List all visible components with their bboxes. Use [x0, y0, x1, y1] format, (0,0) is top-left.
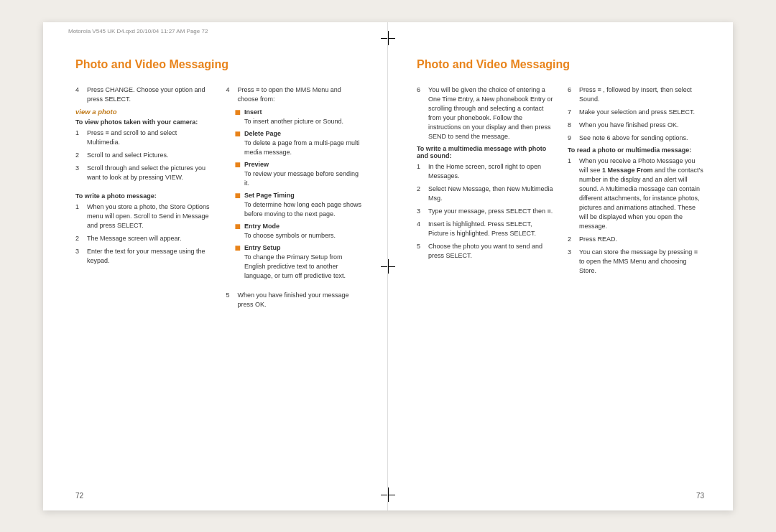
bullet-delete-page: ■ Delete Page To delete a page from a mu… [235, 129, 363, 157]
left-page: Photo and Video Messaging 4 Press CHANGE… [43, 22, 388, 510]
write-item1: 1 When you store a photo, the Store Opti… [75, 202, 212, 230]
bullet-list: ■ Insert To insert another picture or So… [235, 108, 363, 281]
mms-intro: 4 Press ≡ to open the MMS Menu and choos… [226, 85, 363, 104]
write-item2: 2 The Message screen will appear. [75, 234, 212, 243]
right-page-col2: 6 Press ≡ , followed by Insert, then sel… [568, 85, 704, 286]
left-page-col2: 4 Press ≡ to open the MMS Menu and choos… [226, 85, 363, 314]
write-photo-heading: To write a photo message: [75, 192, 212, 200]
left-item4: 4 Press CHANGE. Choose your option and p… [75, 85, 212, 104]
left-page-number: 72 [75, 492, 83, 500]
multimedia-item3: 3 Type your message, press SELECT then ≡… [417, 207, 553, 216]
right-col-item7: 7 Make your selection and press SELECT. [568, 108, 704, 117]
right-item6: 6 You will be given the choice of enteri… [417, 85, 553, 141]
view-item3: 3 Scroll through and select the pictures… [75, 164, 212, 182]
right-page-title: Photo and Video Messaging [417, 58, 704, 71]
right-page-col1: 6 You will be given the choice of enteri… [417, 85, 553, 286]
read-item2: 2 Press READ. [568, 235, 704, 244]
write-multimedia-section: To write a multimedia message with photo… [417, 145, 553, 261]
right-col-item8: 8 When you have finished press OK. [568, 121, 704, 130]
bullet-set-page-timing: ■ Set Page Timing To determine how long … [235, 191, 363, 219]
multimedia-item5: 5 Choose the photo you want to send and … [417, 242, 553, 261]
right-col-item6: 6 Press ≡ , followed by Insert, then sel… [568, 85, 704, 104]
view-photo-section: view a photo To view photos taken with y… [75, 108, 212, 182]
read-section: To read a photo or multimedia message: 1… [568, 146, 704, 276]
multimedia-item2: 2 Select New Message, then New Multimedi… [417, 185, 553, 203]
view-item2: 2 Scroll to and select Pictures. [75, 151, 212, 160]
write-photo-section: To write a photo message: 1 When you sto… [75, 192, 212, 266]
right-page-number: 73 [696, 492, 704, 500]
write-multimedia-heading: To write a multimedia message with photo… [417, 145, 553, 159]
view-photo-heading: To view photos taken with your camera: [75, 118, 212, 126]
multimedia-item1: 1 In the Home screen, scroll right to op… [417, 162, 553, 181]
bullet-entry-setup: ■ Entry Setup To change the Primary Setu… [235, 243, 363, 281]
read-heading: To read a photo or multimedia message: [568, 146, 704, 154]
left-page-col1: 4 Press CHANGE. Choose your option and p… [75, 85, 212, 314]
bullet-entry-mode: ■ Entry Mode To choose symbols or number… [235, 222, 363, 241]
page-spread: Motorola V545 UK D4.qxd 20/10/04 11:27 A… [43, 22, 733, 510]
item4-num: 4 [75, 85, 83, 104]
read-item1: 1 When you receive a Photo Message you w… [568, 157, 704, 231]
bullet-preview: ■ Preview To review your message before … [235, 160, 363, 188]
item5: 5 When you have finished your message pr… [226, 291, 363, 309]
read-item3: 3 You can store the message by pressing … [568, 248, 704, 276]
item4-text: Press CHANGE. Choose your option and pre… [87, 85, 212, 104]
multimedia-item4: 4 Insert is highlighted. Press SELECT, P… [417, 220, 553, 238]
right-page-columns: 6 You will be given the choice of enteri… [417, 85, 704, 286]
mms-menu-section: 4 Press ≡ to open the MMS Menu and choos… [226, 85, 363, 281]
write-item3: 3 Enter the text for your message using … [75, 247, 212, 266]
left-page-columns: 4 Press CHANGE. Choose your option and p… [75, 85, 362, 314]
right-col-item9: 9 See note 6 above for sending options. [568, 134, 704, 143]
left-page-title: Photo and Video Messaging [75, 58, 362, 71]
bullet-insert: ■ Insert To insert another picture or So… [235, 108, 363, 126]
view-photo-label: view a photo [75, 108, 212, 116]
view-item1: 1 Press ≡ and scroll to and select Multi… [75, 129, 212, 147]
right-page: Photo and Video Messaging 6 You will be … [388, 22, 733, 510]
